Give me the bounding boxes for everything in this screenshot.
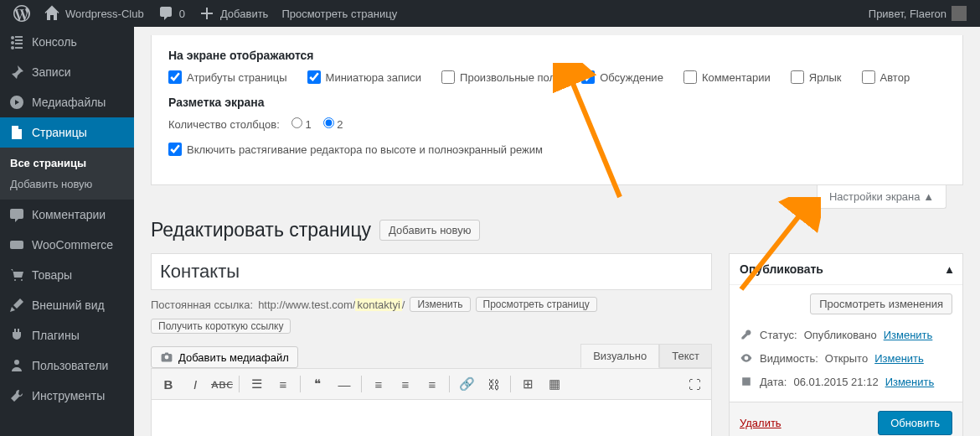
quote-button[interactable]: ❝ <box>306 372 329 396</box>
permalink-edit-button[interactable]: Изменить <box>410 297 470 312</box>
add-new-button[interactable]: Добавить новую <box>379 220 480 241</box>
toolbar-toggle-button[interactable]: ▦ <box>543 372 566 396</box>
wp-logo[interactable] <box>7 0 37 27</box>
admin-bar: Wordpress-Club 0 Добавить Просмотреть ст… <box>0 0 980 27</box>
unlink-button[interactable]: ⛓ <box>482 372 505 396</box>
submenu-add-page[interactable]: Добавить новую <box>0 174 134 195</box>
permalink-row: Постоянная ссылка: http://www.test.com/k… <box>151 297 712 312</box>
new-content-link[interactable]: Добавить <box>192 0 275 27</box>
main-content: На экране отображаются Атрибуты страницы… <box>134 27 980 436</box>
pin-icon <box>8 64 25 80</box>
hr-button[interactable]: — <box>333 372 356 396</box>
sidebar-item-pages[interactable]: Страницы <box>0 117 134 148</box>
more-button[interactable]: ⊞ <box>516 372 539 396</box>
comment-icon <box>157 5 174 22</box>
update-button[interactable]: Обновить <box>878 411 952 435</box>
pages-submenu: Все страницы Добавить новую <box>0 148 134 200</box>
camera-icon <box>160 350 173 364</box>
editor: Добавить медиафайл Визуально Текст B I ᴀ… <box>151 344 712 436</box>
sidebar-item-posts[interactable]: Записи <box>0 57 134 87</box>
site-name-link[interactable]: Wordpress-Club <box>37 0 151 27</box>
woo-icon <box>8 236 25 253</box>
editor-body[interactable] <box>151 400 712 436</box>
home-icon <box>44 5 60 22</box>
calendar-icon <box>740 375 753 388</box>
avatar <box>952 6 967 21</box>
columns-radio-2[interactable]: 2 <box>323 117 343 131</box>
permalink-label: Постоянная ссылка: <box>151 298 253 311</box>
visibility-row: Видимость: Открыто Изменить <box>740 346 952 370</box>
eye-icon <box>740 351 753 365</box>
shortlink-button[interactable]: Получить короткую ссылку <box>151 319 291 334</box>
admin-sidebar: Консоль Записи Медиафайлы Страницы Все с… <box>0 27 134 436</box>
italic-button[interactable]: I <box>183 372 207 396</box>
cart-icon <box>8 267 25 283</box>
status-row: Статус: Опубликовано Изменить <box>740 323 952 346</box>
link-button[interactable]: 🔗 <box>455 372 478 396</box>
align-center-button[interactable]: ≡ <box>394 372 417 396</box>
caret-up-icon: ▴ <box>946 262 952 276</box>
publish-metabox-head[interactable]: Опубликовать ▴ <box>730 254 962 285</box>
screen-option-checkbox[interactable]: Ярлык <box>791 70 842 84</box>
align-left-button[interactable]: ≡ <box>367 372 390 396</box>
sidebar-item-products[interactable]: Товары <box>0 260 134 290</box>
ul-button[interactable]: ☰ <box>245 372 268 396</box>
screen-option-checkbox[interactable]: Атрибуты страницы <box>168 70 287 84</box>
screen-options-tab[interactable]: Настройки экрана ▲ <box>817 185 946 209</box>
editor-tabs: Визуально Текст <box>580 344 712 368</box>
dashboard-icon <box>8 34 25 50</box>
wordpress-icon <box>13 5 30 22</box>
screen-option-checkbox[interactable]: Автор <box>862 70 910 84</box>
site-name: Wordpress-Club <box>65 8 144 20</box>
date-row: Дата: 06.01.2015 21:12 Изменить <box>740 370 952 393</box>
sidebar-item-tools[interactable]: Инструменты <box>0 381 134 411</box>
screen-option-checkbox[interactable]: Комментарии <box>683 70 771 84</box>
strike-button[interactable]: ᴀʙᴄ <box>210 372 234 396</box>
permalink-url: http://www.test.com/kontaktyi/ <box>258 298 405 311</box>
svg-rect-0 <box>10 241 23 249</box>
tab-text[interactable]: Текст <box>659 344 712 368</box>
greeting: Привет, Flaeron <box>869 8 946 20</box>
view-page-link[interactable]: Просмотреть страницу <box>275 0 404 27</box>
brush-icon <box>8 297 25 314</box>
screen-options-panel: На экране отображаются Атрибуты страницы… <box>151 35 963 185</box>
bold-button[interactable]: B <box>157 372 180 396</box>
title-input[interactable] <box>151 253 712 290</box>
permalink-view-button[interactable]: Просмотреть страницу <box>476 297 597 312</box>
comments-link[interactable]: 0 <box>151 0 192 27</box>
screen-option-checkbox[interactable]: Миниатюра записи <box>307 70 422 84</box>
key-icon <box>740 328 753 341</box>
sidebar-item-woocommerce[interactable]: WooCommerce <box>0 230 134 260</box>
tab-visual[interactable]: Визуально <box>580 344 659 368</box>
visibility-edit-link[interactable]: Изменить <box>874 352 924 365</box>
main-column: Постоянная ссылка: http://www.test.com/k… <box>151 253 712 436</box>
stretch-checkbox[interactable]: Включить растягивание редактора по высот… <box>168 143 543 156</box>
ol-button[interactable]: ≡ <box>271 372 295 396</box>
sidebar-item-users[interactable]: Пользователи <box>0 350 134 381</box>
screen-option-checkbox[interactable]: Произвольные поля <box>441 70 561 84</box>
page-icon <box>8 124 25 141</box>
fullscreen-button[interactable]: ⛶ <box>683 372 706 396</box>
sidebar-item-appearance[interactable]: Внешний вид <box>0 290 134 320</box>
screen-option-checkbox[interactable]: Обсуждение <box>581 70 663 84</box>
add-media-button[interactable]: Добавить медиафайл <box>151 346 298 368</box>
preview-button[interactable]: Просмотреть изменения <box>810 293 952 314</box>
comments-count: 0 <box>179 8 185 20</box>
submenu-all-pages[interactable]: Все страницы <box>0 153 134 174</box>
status-edit-link[interactable]: Изменить <box>884 329 933 341</box>
sidebar-item-plugins[interactable]: Плагины <box>0 320 134 350</box>
date-edit-link[interactable]: Изменить <box>885 376 935 388</box>
greeting-link[interactable]: Привет, Flaeron <box>862 0 973 27</box>
permalink-slug: kontaktyi <box>355 298 401 311</box>
sidebar-item-comments[interactable]: Комментарии <box>0 200 134 230</box>
align-right-button[interactable]: ≡ <box>420 372 444 396</box>
delete-link[interactable]: Удалить <box>740 417 781 429</box>
screen-options-heading: На экране отображаются <box>168 49 946 62</box>
screen-options-checkboxes: Атрибуты страницы Миниатюра записи Произ… <box>168 70 946 84</box>
columns-radio-1[interactable]: 1 <box>291 117 312 131</box>
sidebar-item-media[interactable]: Медиафайлы <box>0 87 134 117</box>
sidebar-item-dashboard[interactable]: Консоль <box>0 27 134 57</box>
users-icon <box>8 357 25 374</box>
new-label: Добавить <box>220 8 268 20</box>
plus-icon <box>199 5 215 22</box>
